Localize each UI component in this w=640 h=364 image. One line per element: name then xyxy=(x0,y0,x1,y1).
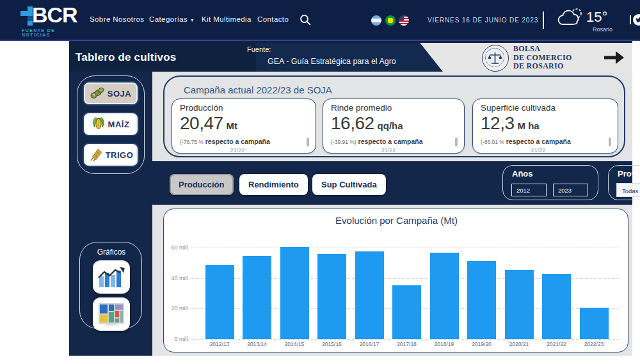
provinces-dropdown[interactable]: Todas ⌄ xyxy=(616,183,640,197)
years-filter: Años xyxy=(502,165,598,200)
kpi-unit: Mt xyxy=(227,120,238,131)
bar-2015/16[interactable] xyxy=(317,254,346,339)
kpi-scrollbar[interactable] xyxy=(307,138,309,146)
bcr-seal-logo xyxy=(482,45,509,72)
kpi-note2: 21/22 xyxy=(180,146,295,153)
crop-label-trigo: TRIGO xyxy=(106,150,134,160)
current-date: VIERNES 16 DE JUNIO DE 2023 xyxy=(428,17,538,24)
xtick-label: 2021/22 xyxy=(538,341,575,347)
org-line1: BOLSA xyxy=(513,45,572,54)
kpi-value: 12,3 xyxy=(481,113,515,133)
kpi-value: 20,47 xyxy=(180,113,223,133)
bar-2019/20[interactable] xyxy=(467,261,496,339)
kpi-unit: qq/ha xyxy=(378,120,403,131)
provinces-label: Provincias xyxy=(618,169,640,178)
xtick-label: 2013/14 xyxy=(239,341,276,347)
search-icon[interactable] xyxy=(300,14,311,26)
kpi-title: Superficie cultivada xyxy=(481,103,556,113)
bar-2014/15[interactable] xyxy=(280,247,309,339)
kpi-delta: (-76.75 % xyxy=(180,139,204,145)
bar-2013/14[interactable] xyxy=(243,256,271,339)
crop-sidebar: SOJA MAÍZ xyxy=(69,72,152,356)
temperature-value: 15° xyxy=(586,9,607,26)
kpi-note2: 21/22 xyxy=(481,146,596,153)
charts-group-label: Gráficos xyxy=(80,248,143,257)
kpi-note: respecto a campaña xyxy=(356,138,423,145)
crop-selector-group: SOJA MAÍZ xyxy=(77,75,145,174)
xtick-label: 2020/21 xyxy=(500,341,538,347)
xtick-label: 2019/20 xyxy=(463,341,500,347)
page-title: Tablero de cultivos xyxy=(76,51,176,64)
corn-icon xyxy=(92,117,105,131)
dashboard-banner: Tablero de cultivos Fuente: GEA - Guía E… xyxy=(69,41,632,72)
crop-button-maiz[interactable]: MAÍZ xyxy=(83,112,139,136)
plot-area xyxy=(193,237,620,339)
kpi-note: respecto a campaña xyxy=(204,138,270,145)
nav-contacto[interactable]: Contacto xyxy=(257,15,289,23)
kpi-unit: M ha xyxy=(518,120,540,131)
treemap-view-button[interactable] xyxy=(93,297,130,331)
twitter-icon[interactable] xyxy=(630,14,640,27)
kpi-scrollbar[interactable] xyxy=(609,138,611,146)
gridline xyxy=(191,339,619,340)
kpi-card-produccion: Producción 20,47Mt (-76.75 % respecto a … xyxy=(172,99,316,154)
crop-button-trigo[interactable]: TRIGO xyxy=(83,143,139,167)
usa-flag-icon[interactable] xyxy=(399,15,409,26)
top-navigation-bar: BCR FUENTE DE NOTICIAS Sobre Nosotros Ca… xyxy=(0,0,640,40)
source-label: Fuente: xyxy=(247,45,271,53)
cloud-sun-icon xyxy=(556,5,585,31)
nav-sobre-nosotros[interactable]: Sobre Nosotros xyxy=(90,15,145,23)
metric-button-sup-cultivada[interactable]: Sup Cultivada xyxy=(312,174,386,195)
bcr-logo[interactable]: BCR FUENTE DE NOTICIAS xyxy=(6,4,83,37)
bar-2017/18[interactable] xyxy=(392,285,421,339)
year-from-input[interactable] xyxy=(511,184,547,196)
chart-title: Evolución por Campaña (Mt) xyxy=(164,215,629,226)
xtick-label: 2022/23 xyxy=(575,341,612,347)
metric-button-rendimiento[interactable]: Rendimiento xyxy=(239,174,308,195)
bar-2016/17[interactable] xyxy=(355,251,384,339)
forward-arrow-button[interactable] xyxy=(603,49,625,66)
brand-name: BCR xyxy=(32,3,77,28)
kpi-note2: 21/22 xyxy=(331,146,446,153)
org-line3: DE ROSARIO xyxy=(513,62,572,71)
xtick-label: 2012/13 xyxy=(201,341,238,347)
crops-dashboard: Tablero de cultivos Fuente: GEA - Guía E… xyxy=(69,41,632,356)
kpi-value: 16,62 xyxy=(331,113,374,133)
brand-tagline: FUENTE DE NOTICIAS xyxy=(22,28,83,37)
bar-2018/19[interactable] xyxy=(430,253,459,339)
ytick-label: 40 mill. xyxy=(165,275,189,281)
kpi-scrollbar[interactable] xyxy=(455,138,458,146)
xtick-label: 2014/15 xyxy=(276,341,313,347)
chart-section: Evolución por Campaña (Mt) 0 mill.20 mil… xyxy=(152,205,632,356)
ytick-label: 0 mill. xyxy=(165,336,189,342)
crop-button-soja[interactable]: SOJA xyxy=(83,81,139,106)
weather-widget: 15° Rosario xyxy=(556,5,626,37)
argentina-flag-icon[interactable] xyxy=(371,15,381,26)
years-label: Años xyxy=(512,169,533,178)
kpi-delta: (-86.01 % xyxy=(481,139,504,145)
xtick-label: 2015/16 xyxy=(314,341,351,347)
kpi-title: Rinde promedio xyxy=(331,103,392,113)
xtick-label: 2018/19 xyxy=(426,341,463,347)
bar-2021/22[interactable] xyxy=(542,274,571,339)
nav-categorias[interactable]: Categorías▾ xyxy=(149,15,194,23)
bar-2022/23[interactable] xyxy=(580,308,609,339)
bar-2012/13[interactable] xyxy=(205,265,234,339)
wheat-icon xyxy=(88,148,102,162)
metric-button-produccion[interactable]: Producción xyxy=(170,174,234,195)
charts-group: Gráficos xyxy=(79,242,142,329)
crop-label-maiz: MAÍZ xyxy=(108,120,130,129)
kpi-card-superficie: Superficie cultivada 12,3M ha (-86.01 % … xyxy=(472,99,618,154)
bar-chart-view-button[interactable] xyxy=(93,260,130,294)
bar-2020/21[interactable] xyxy=(505,270,534,339)
year-to-input[interactable] xyxy=(553,184,588,196)
nav-kit-multimedia[interactable]: Kit Multimedia xyxy=(202,15,252,23)
brazil-flag-icon[interactable] xyxy=(385,15,396,26)
soybean-icon xyxy=(90,87,104,100)
ytick-label: 60 mill. xyxy=(165,244,189,251)
weather-city: Rosario xyxy=(593,26,612,33)
kpi-card-rinde: Rinde promedio 16,62qq/ha (-39.91 %) res… xyxy=(323,99,465,154)
nav-categorias-label: Categorías xyxy=(149,15,188,23)
provinces-selected-value: Todas xyxy=(622,187,638,194)
filter-band: Producción Rendimiento Sup Cultivada Año… xyxy=(152,161,632,205)
